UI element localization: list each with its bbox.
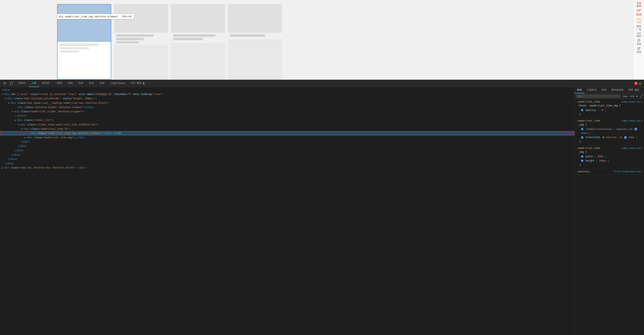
collapse-triangle[interactable]: ▼ <box>21 127 22 130</box>
html-line-18[interactable]: </div> <box>0 161 574 166</box>
sidebar-featured[interactable]: 特色优选 <box>637 18 641 24</box>
filter-input[interactable] <box>576 94 620 98</box>
html-line-13[interactable]: </div> <box>0 140 574 144</box>
devtools-body: </div> ▼ <div id="J_core2" class="core2 … <box>0 87 644 335</box>
collapse-triangle[interactable]: ▼ <box>5 97 6 100</box>
html-line-15[interactable]: </div> <box>0 149 574 153</box>
right-sidebar: 京东秒杀 19th618 特色优选 频道广场 为你推荐 客服 反馈 <box>634 0 644 80</box>
collapse-triangle[interactable]: ▼ <box>8 102 9 104</box>
device-button[interactable] <box>8 81 14 86</box>
html-line-highlighted[interactable]: <div class="newArrival_item_img skeleton… <box>0 131 574 135</box>
css-source-4[interactable]: first-scree…chunk.css:1 <box>614 170 642 173</box>
html-line-6[interactable]: ▼ <div class="newArrival_slider skeleton… <box>0 110 574 114</box>
close-brace-1: } <box>578 112 642 117</box>
css-prop-webkit-transition[interactable]: -webkit-transition : opacity .2s ease ; <box>578 127 642 135</box>
tab-css-overview[interactable]: CSS 概览 <box>128 80 148 87</box>
css-prop-width[interactable]: width : 100% ; <box>578 154 642 159</box>
skeleton-lines-4 <box>228 33 282 40</box>
html-line-7[interactable]: ::before <box>0 114 574 118</box>
tab-memory[interactable]: 内存 <box>76 80 86 87</box>
tab-security[interactable]: 安全 <box>86 80 97 87</box>
tab-dom-props[interactable]: DOM 属性 <box>626 87 642 93</box>
skeleton-lines-3 <box>171 33 225 43</box>
collapse-triangle[interactable]: ▼ <box>2 93 3 96</box>
tab-styles[interactable]: 样式 <box>574 87 584 93</box>
css-checkbox[interactable] <box>581 160 583 162</box>
html-line-19[interactable]: ▶ <div class="new_top skeleton-box skele… <box>0 166 574 170</box>
warning-badge-icon <box>639 82 642 85</box>
filter-plus[interactable]: + <box>636 95 638 98</box>
collapse-triangle[interactable]: ▼ <box>12 110 12 113</box>
css-selector-1[interactable]: .newArrival_item index.chunk.css:1 <box>576 100 642 103</box>
tab-sources[interactable]: 源代码 <box>39 80 52 87</box>
collapse-triangle[interactable]: ▼ <box>15 119 16 122</box>
sidebar-jd[interactable]: 京东秒杀 <box>637 2 641 8</box>
tab-console[interactable]: 控制台 <box>16 80 28 87</box>
collapse-triangle[interactable]: ▼ <box>18 123 19 126</box>
sidebar-feedback[interactable]: 反馈 <box>637 47 641 53</box>
html-line-10[interactable]: ▼ <div class="newArrival_item_lk" > <box>0 127 574 131</box>
filter-cls[interactable]: .cls <box>629 95 634 98</box>
css-prop-opacity[interactable]: opacity : .8 ; <box>578 108 642 112</box>
cursor-button[interactable] <box>2 81 8 86</box>
s-line-7 <box>173 34 216 37</box>
s-line-5 <box>116 38 144 40</box>
tab-lighthouse[interactable]: Lighthouse <box>108 80 128 87</box>
skeleton-line-2 <box>60 47 89 49</box>
styles-panel: 样式 计算样式 布局 事件监听器 DOM 属性 :hov .cls + .new… <box>574 87 644 335</box>
css-selector-3[interactable]: .newArrival_item index.chunk.css:1 <box>576 147 642 150</box>
css-source-2[interactable]: index.chunk.css:1 <box>622 120 642 122</box>
card-3 <box>171 4 225 80</box>
html-line-9[interactable]: ▼ <div class="slider_item newArrival_ite… <box>0 123 574 127</box>
person-icon <box>142 82 145 84</box>
sidebar-recommend[interactable]: 为你推荐 <box>637 32 641 38</box>
tab-event-listeners[interactable]: 事件监听器 <box>609 87 626 93</box>
sidebar-channel[interactable]: 频道广场 <box>637 25 641 31</box>
css-source-1[interactable]: index.chunk.css:1 <box>622 101 642 103</box>
error-badge: 1 <box>634 82 638 85</box>
collapse-triangle[interactable]: ▶ <box>24 136 26 139</box>
css-checkbox[interactable] <box>581 136 583 139</box>
tab-elements[interactable]: 元素 <box>28 80 39 87</box>
css-checkbox[interactable] <box>581 155 583 157</box>
css-selector-2[interactable]: .newArrival_item index.chunk.css:1 <box>576 119 642 122</box>
cursor-icon <box>3 82 6 85</box>
css-checkbox[interactable] <box>581 109 583 111</box>
expand-icon[interactable] <box>640 95 642 98</box>
html-line-17[interactable]: </div> <box>0 157 574 161</box>
tab-computed[interactable]: 计算样式 <box>584 87 599 93</box>
html-line-8[interactable]: ▼ <div class="slider_list" > <box>0 118 574 122</box>
filter-hov[interactable]: :hov <box>622 95 628 98</box>
css-rule-body-3: _img { width : 100% ; height : 140px ; } <box>576 150 642 168</box>
css-source-3[interactable]: index.chunk.css:1 <box>622 147 642 149</box>
css-rule-4: .skeleton- first-scree…chunk.css:1 <box>574 169 644 175</box>
css-selector-4[interactable]: .skeleton- first-scree…chunk.css:1 <box>576 170 642 173</box>
skeleton-img-4 <box>228 4 282 33</box>
skeleton-lines-2 <box>114 33 168 45</box>
sidebar-618[interactable]: 19th618 <box>636 9 641 17</box>
html-line-12[interactable]: ▶ <div class="newArrival_item_msg" >…</d… <box>0 135 574 140</box>
tab-application[interactable]: 应用 <box>97 80 108 87</box>
sidebar-service[interactable]: 客服 <box>637 39 641 45</box>
html-line-5[interactable]: <div class="skeleton-header skeleton-ele… <box>0 105 574 110</box>
html-line-2[interactable]: ▼ <div id="J_core2" class="core2 jd_cont… <box>0 92 574 96</box>
html-line-1[interactable]: </div> <box>0 88 574 92</box>
tab-layout[interactable]: 布局 <box>599 87 609 93</box>
css-prop-height[interactable]: height : 140px ; <box>578 159 642 163</box>
preview-left-empty <box>0 0 57 80</box>
html-line-14[interactable]: </div> <box>0 144 574 148</box>
css-rule-body-2: _img { -webkit-transition : opacity .2s … <box>576 123 642 144</box>
tab-network[interactable]: ⚠ 网络 <box>52 80 65 87</box>
html-line-4[interactable]: ▼ <div class="box newArrival__loading ne… <box>0 101 574 105</box>
css-checkbox[interactable] <box>581 128 583 130</box>
html-line-3[interactable]: ▼ <div class="mod_lazyload_placeholder" … <box>0 96 574 101</box>
html-panel[interactable]: </div> ▼ <div id="J_core2" class="core2 … <box>0 87 574 335</box>
tab-performance[interactable]: 性能 <box>65 80 76 87</box>
svg-rect-1 <box>10 82 12 85</box>
html-line-16[interactable]: </div> <box>0 153 574 157</box>
css-prop-transition[interactable]: transition :▶ opacity .2s ease ; <box>578 135 642 140</box>
collapse-triangle[interactable]: ▶ <box>2 166 3 169</box>
css-rule-3: .newArrival_item index.chunk.css:1 _img … <box>574 145 644 169</box>
tooltip-size: 260×140 <box>122 15 132 18</box>
skeleton-img-highlighted <box>58 5 111 42</box>
